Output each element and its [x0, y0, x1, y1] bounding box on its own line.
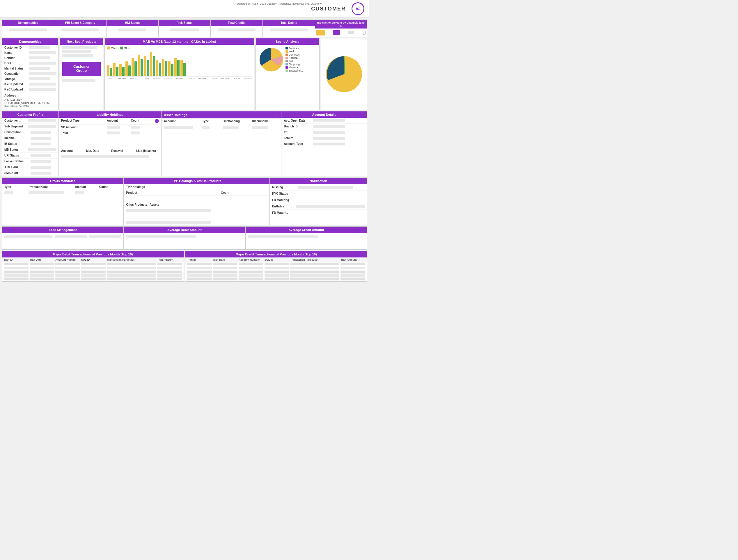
metric-total-credits: Total Credits	[211, 20, 263, 37]
profile-constitution: Constitution	[2, 129, 58, 135]
address-block: Address A K COLONY HOLALURU,SHIVAMOGGA, …	[2, 92, 58, 110]
field-kyc1: KYC Updated	[2, 81, 58, 87]
field-name: Name	[2, 50, 58, 55]
profile-sms: SMS Alert	[2, 170, 58, 176]
header-title: CUSTOMER	[311, 6, 346, 12]
account-details-panel: Account Details Acc. Open Date Branch ID…	[281, 111, 367, 176]
asset-holdings-panel: Asset Holdings i Account Type Outstandin…	[161, 111, 281, 176]
acc-branch: Branch ID	[281, 124, 367, 129]
acc-int: Int	[281, 129, 367, 135]
mab-chart-panel: MAB Vs MEB (Last 12 months - CASA, in La…	[104, 38, 254, 110]
profile-income: Income	[2, 135, 58, 141]
field-dob: DOB	[2, 60, 58, 66]
spend-pie-chart	[258, 47, 284, 73]
tpp-holdings-panel: TPP Holdings & Off-Us Products TPP Holdi…	[124, 178, 270, 225]
table-row	[186, 274, 367, 277]
debit-transactions-panel: Major Debit Transactions of Previous Mon…	[2, 251, 184, 282]
field-occupation: Occupation	[2, 71, 58, 76]
asset-info-icon[interactable]: i	[275, 113, 279, 117]
notification-panel: Notification Missing KYC Status FD Matur…	[270, 178, 367, 225]
txn-info-icon[interactable]: i	[362, 31, 366, 35]
profile-ib: IB Status	[2, 141, 58, 147]
profile-atm: ATM Card	[2, 164, 58, 170]
metric-txn-channels: Transaction Amount by Channels (Last 12 …	[315, 20, 367, 37]
lead-management-row: Lead Management Average Debit Amount Ave…	[2, 226, 367, 249]
big-pie-chart	[324, 54, 364, 94]
spend-analysis-panel: Spend Analysis Servi	[256, 38, 320, 110]
metric-pbi: PBI Score & Category	[54, 20, 106, 37]
table-row	[2, 270, 183, 274]
acc-tenure: Tenure	[281, 135, 367, 141]
liability-holdings-panel: Liability Holdings Product Type Amount C…	[59, 111, 161, 176]
table-row	[186, 277, 367, 281]
acc-open-date: Acc. Open Date	[281, 118, 367, 124]
table-row	[2, 262, 183, 266]
field-kyc2: KYC Updated ...	[2, 87, 58, 92]
metric-demographics: Demographics	[2, 20, 54, 37]
metric-risk: Risk Status	[158, 20, 211, 37]
offus-mandates-panel: Off-Us Mandates Type Product Name Amount…	[2, 178, 124, 225]
notif-kyc: KYC Status	[270, 190, 367, 197]
acc-type: Account Type	[281, 141, 367, 147]
notif-birthday: Birthday	[270, 203, 367, 210]
notif-missing: Missing	[270, 184, 367, 190]
top-metrics-row: Demographics PBI Score & Category HNI St…	[2, 19, 367, 37]
profile-locker: Locker Status	[2, 158, 58, 164]
credit-table-header: Tran ID Tran Date Account Number SOL ID …	[186, 257, 367, 262]
credit-transactions-panel: Major Credit Transactions of Previous Mo…	[185, 251, 367, 282]
profile-customer: Customer ...	[2, 118, 58, 124]
table-row	[2, 274, 183, 277]
liability-info-icon[interactable]: i	[155, 119, 159, 123]
metric-total-debits: Total Debits	[263, 20, 315, 37]
profile-upi: UPI Status	[2, 153, 58, 158]
notif-fd-maturi: FD Maturi...	[270, 210, 367, 216]
notif-fd-maturing: FD Maturing	[270, 197, 367, 203]
next-best-products: Next Best Products Customer Group	[60, 38, 103, 110]
field-gender: Gender	[2, 55, 58, 60]
field-customer-id: Customer ID	[2, 45, 58, 50]
demographics-panel: Demographics Customer ID Name Gender DOB	[2, 38, 58, 110]
table-row	[186, 270, 367, 274]
profile-sub-segment: Sub Segment	[2, 124, 58, 129]
table-row	[186, 266, 367, 270]
big-pie-panel	[321, 38, 367, 110]
table-row	[2, 277, 183, 281]
customer-group-button[interactable]: Customer Group	[62, 62, 101, 76]
transactions-section: Major Debit Transactions of Previous Mon…	[2, 251, 367, 282]
metric-hni: HNI Status	[106, 20, 158, 37]
field-marital: Marital Status	[2, 66, 58, 71]
customer-profile-panel: Customer Profile Customer ... Sub Segmen…	[2, 111, 59, 176]
table-row	[186, 262, 367, 266]
spend-legend: Services Fuel Domestic Hospital null Sho…	[286, 47, 304, 72]
badge-360: 360	[352, 2, 364, 15]
chart-legend: MAB MEB	[107, 47, 252, 49]
profile-mb: MB Status	[2, 147, 58, 153]
update-info: Updated on: Aug 5, 2024 Updation Frequen…	[237, 2, 322, 5]
debit-table-header: Tran ID Tran Date Account Number SOL ID …	[2, 257, 183, 262]
field-vintage: Vintage	[2, 76, 58, 81]
table-row	[2, 266, 183, 270]
